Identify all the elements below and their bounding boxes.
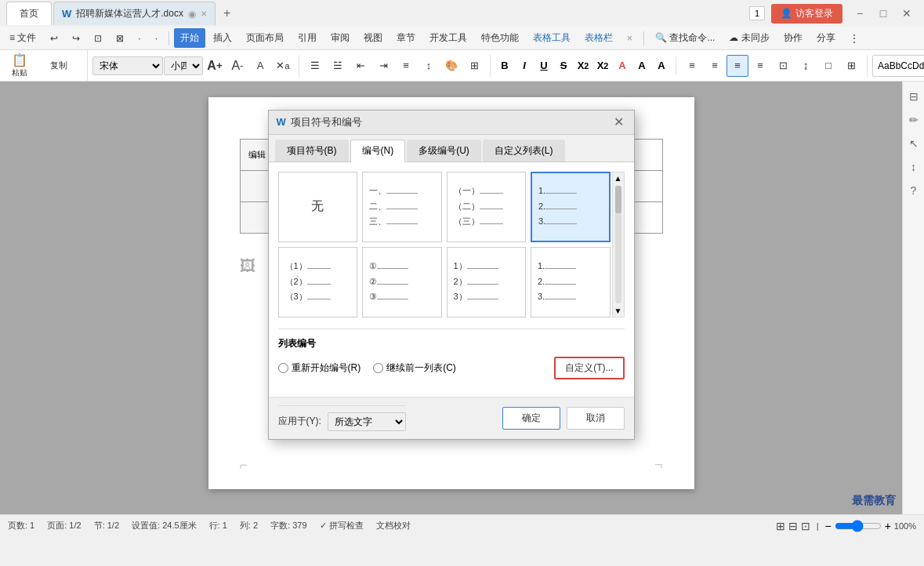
menu-insert[interactable]: 插入 — [207, 28, 238, 48]
tab-multilevel[interactable]: 多级编号(U) — [407, 140, 481, 161]
border2-button[interactable]: □ — [817, 55, 839, 77]
menu-section[interactable]: 章节 — [390, 28, 422, 48]
grid-scrollbar[interactable]: ▲ ▼ — [612, 172, 625, 317]
border-button[interactable]: ⊞ — [463, 55, 485, 77]
menu-view[interactable]: 视图 — [357, 28, 389, 48]
panel-arrow-button[interactable]: ↕ — [905, 158, 922, 176]
menu-special[interactable]: 特色功能 — [475, 28, 525, 48]
underline-button[interactable]: U — [534, 56, 553, 75]
strikethrough-button[interactable]: S — [554, 56, 573, 75]
menu-save[interactable]: ⊡ — [88, 30, 108, 47]
zoom-slider[interactable] — [835, 520, 882, 532]
list-unordered-button[interactable]: ☰ — [304, 55, 326, 77]
align-left-button[interactable]: ≡ — [681, 55, 703, 77]
radio-continue-input[interactable] — [373, 363, 383, 373]
scroll-thumb[interactable] — [615, 186, 621, 213]
style-numeric1[interactable]: 1. 2. 3. — [531, 172, 611, 242]
style-chinese-paren[interactable]: （一） （二） （三） — [447, 172, 527, 242]
font-more-button[interactable]: A — [249, 55, 271, 77]
normal-style[interactable]: AaBbCcDd 正文 — [872, 55, 924, 77]
tab-home[interactable]: 首页 — [6, 2, 52, 25]
font-name-select[interactable]: 宋体 — [92, 56, 163, 75]
panel-cursor-button[interactable]: ↖ — [905, 135, 922, 152]
line-spacing-button[interactable]: ↕ — [418, 55, 440, 77]
scroll-down-button[interactable]: ▼ — [613, 305, 624, 317]
apply-select[interactable]: 所选文字 整个文档 当前段落 — [328, 412, 406, 431]
scroll-up-button[interactable]: ▲ — [613, 172, 624, 184]
style-chinese1[interactable]: 一、 二、 三、 — [362, 172, 442, 242]
menu-sync[interactable]: ☁ 未同步 — [723, 28, 775, 48]
confirm-button[interactable]: 确定 — [502, 407, 560, 430]
bold-button[interactable]: B — [495, 56, 514, 75]
zoom-out-button[interactable]: − — [824, 520, 831, 532]
highlight-button[interactable]: A — [632, 56, 651, 75]
maximize-button[interactable]: □ — [872, 5, 894, 22]
radio-continue[interactable]: 继续前一列表(C) — [373, 361, 456, 375]
subscript-button[interactable]: X2 — [593, 56, 612, 75]
indent-increase-button[interactable]: ⇥ — [372, 55, 394, 77]
style-num-paren[interactable]: 1） 2） 3） — [447, 247, 527, 317]
cut-button[interactable]: ✂ 剪切 — [35, 50, 82, 53]
spell-check[interactable]: ✓ 拼写检查 — [320, 520, 364, 532]
align-justify-button[interactable]: ≡ — [727, 55, 748, 77]
shading-button[interactable]: 🎨 — [440, 55, 462, 77]
tab-bullets[interactable]: 项目符号(B) — [275, 140, 349, 161]
menu-redo[interactable]: ↪ — [66, 30, 86, 47]
paste-button[interactable]: 📋 粘贴 — [5, 55, 34, 77]
menu-reference[interactable]: 引用 — [292, 28, 323, 48]
menu-more[interactable]: ⋮ — [843, 30, 865, 47]
font-decrease-button[interactable]: A- — [226, 55, 248, 77]
tab-numbering[interactable]: 编号(N) — [350, 140, 406, 162]
minimize-button[interactable]: − — [849, 5, 871, 22]
menu-home[interactable]: 开始 — [174, 28, 205, 48]
menu-table-tools[interactable]: 表格工具 — [527, 28, 577, 48]
panel-filter-button[interactable]: ⊟ — [905, 88, 922, 105]
panel-help-button[interactable]: ? — [905, 182, 922, 199]
menu-share[interactable]: 分享 — [810, 28, 842, 48]
menu-print[interactable]: ⊠ — [110, 30, 130, 47]
cancel-button[interactable]: 取消 — [567, 407, 625, 430]
dialog-close-button[interactable]: ✕ — [612, 115, 626, 129]
view-mode-icons[interactable]: ⊞ ⊟ ⊡ — [776, 520, 810, 532]
menu-table-close[interactable]: × — [621, 30, 639, 47]
menu-review[interactable]: 审阅 — [324, 28, 356, 48]
menu-misc2[interactable]: · — [149, 30, 164, 47]
style-circle-num[interactable]: ① ② ③ — [362, 247, 442, 317]
radio-restart[interactable]: 重新开始编号(R) — [278, 361, 361, 375]
menu-collab[interactable]: 协作 — [777, 28, 809, 48]
zoom-in-button[interactable]: + — [885, 520, 891, 532]
doc-verify[interactable]: 文档校对 — [376, 520, 411, 532]
list-ordered-button[interactable]: ☱ — [327, 55, 349, 77]
line-spacing2-button[interactable]: ↨ — [795, 55, 817, 77]
menu-misc1[interactable]: · — [132, 30, 147, 47]
custom-button[interactable]: 自定义(T)... — [554, 357, 624, 379]
font-increase-button[interactable]: A+ — [204, 55, 226, 77]
tab-custom-list[interactable]: 自定义列表(L) — [483, 140, 565, 161]
style-none[interactable]: 无 — [278, 172, 358, 242]
distributed-button[interactable]: ≡ — [749, 55, 771, 77]
menu-table-style[interactable]: 表格栏 — [578, 28, 619, 48]
italic-button[interactable]: I — [515, 56, 534, 75]
new-tab-button[interactable]: + — [216, 2, 238, 25]
align-center-button[interactable]: ≡ — [704, 55, 726, 77]
menu-developer[interactable]: 开发工具 — [423, 28, 473, 48]
align-right-button[interactable]: ⊡ — [772, 55, 794, 77]
tab-close-icon[interactable]: ✕ — [201, 9, 207, 18]
font-color-button[interactable]: A — [613, 56, 632, 75]
login-button[interactable]: 👤 访客登录 — [771, 4, 842, 24]
clear-format-button[interactable]: ✕a — [272, 55, 294, 77]
style-numeric3[interactable]: 1. 2. 3. — [531, 247, 611, 317]
copy-button[interactable]: 复制 — [35, 55, 82, 77]
misc-btn[interactable]: ⊞ — [840, 55, 862, 77]
menu-search[interactable]: 🔍 查找命令... — [649, 28, 721, 48]
menu-undo[interactable]: ↩ — [44, 30, 64, 47]
menu-pagelayout[interactable]: 页面布局 — [240, 28, 290, 48]
close-button[interactable]: ✕ — [896, 5, 918, 22]
style-paren-num[interactable]: （1） （2） （3） — [278, 247, 358, 317]
indent-decrease-button[interactable]: ⇤ — [350, 55, 371, 77]
font-size-select[interactable]: 小四 — [164, 56, 203, 75]
panel-pen-button[interactable]: ✏ — [905, 111, 922, 129]
radio-restart-input[interactable] — [278, 363, 288, 373]
align-buttons[interactable]: ≡ — [395, 55, 417, 77]
menu-file[interactable]: ≡ 文件 — [3, 28, 42, 48]
